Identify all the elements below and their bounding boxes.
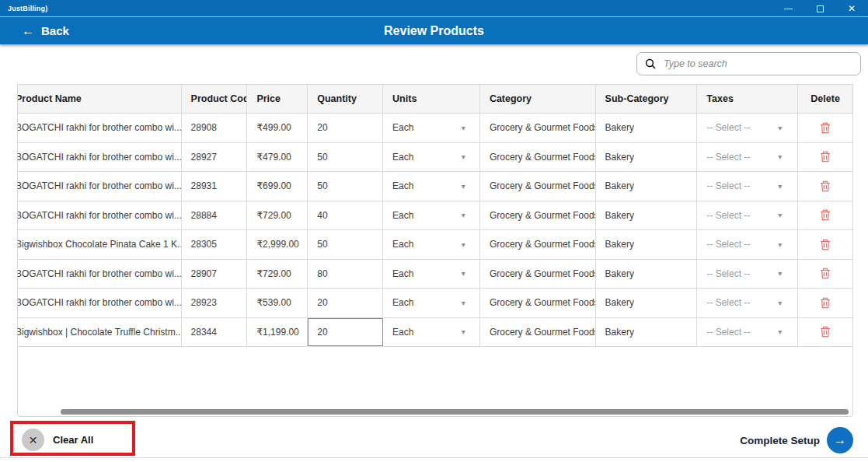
table-row: BOGATCHI rakhi for brother combo wi... 2… — [18, 289, 852, 318]
complete-setup-button[interactable]: Complete Setup → — [740, 427, 853, 453]
table-header-row: Product Name Product Code Price Quantity… — [18, 85, 852, 114]
subcategory-cell: Bakery — [596, 260, 698, 289]
price-cell: ₹539.00 — [247, 289, 308, 317]
units-select[interactable]: Each▾ — [383, 230, 480, 259]
clear-all-label: Clear All — [53, 434, 93, 446]
trash-icon — [820, 297, 831, 309]
taxes-select[interactable]: -- Select --▾ — [697, 230, 798, 259]
subcategory-cell: Bakery — [596, 114, 698, 142]
category-cell: Grocery & Gourmet Foods — [480, 201, 596, 230]
units-select[interactable]: Each▾ — [383, 318, 480, 347]
horizontal-scrollbar-thumb[interactable] — [61, 409, 849, 415]
delete-button[interactable] — [798, 289, 852, 317]
chevron-down-icon: ▾ — [462, 327, 465, 336]
trash-icon — [820, 326, 831, 338]
subcategory-cell: Bakery — [596, 201, 698, 230]
search-input[interactable] — [664, 58, 852, 69]
quantity-input[interactable]: 50 — [308, 143, 383, 172]
maximize-button[interactable] — [814, 3, 825, 14]
subcategory-cell: Bakery — [596, 143, 698, 172]
category-cell: Grocery & Gourmet Foods — [480, 143, 596, 172]
chevron-down-icon: ▾ — [462, 211, 465, 219]
taxes-select[interactable]: -- Select --▾ — [697, 143, 798, 172]
quantity-input[interactable]: 80 — [308, 260, 383, 289]
taxes-select[interactable]: -- Select --▾ — [697, 318, 798, 347]
trash-icon — [820, 122, 831, 134]
window-controls: ✕ — [783, 0, 857, 17]
delete-button[interactable] — [798, 230, 852, 259]
footer-divider — [0, 457, 868, 458]
quantity-input[interactable]: 20 — [308, 289, 383, 317]
product-name-cell: BOGATCHI rakhi for brother combo wi... — [18, 201, 182, 230]
titlebar: JustBilling) ✕ — [0, 0, 868, 17]
taxes-select[interactable]: -- Select --▾ — [697, 201, 798, 230]
trash-icon — [820, 180, 831, 192]
delete-button[interactable] — [798, 143, 852, 172]
product-name-cell: BOGATCHI rakhi for brother combo wi... — [18, 289, 182, 317]
price-cell: ₹699.00 — [247, 172, 308, 201]
table-row: BOGATCHI rakhi for brother combo wi... 2… — [18, 201, 852, 231]
column-header-units: Units — [383, 85, 480, 113]
close-button[interactable]: ✕ — [846, 3, 857, 14]
product-code-cell: 28923 — [182, 289, 248, 317]
price-cell: ₹1,199.00 — [247, 318, 308, 347]
quantity-input[interactable]: 50 — [308, 172, 383, 201]
column-header-product-name: Product Name — [18, 85, 182, 113]
table-row: Bigwishbox | Chocolate Truffle Christm..… — [18, 318, 852, 348]
chevron-down-icon: ▾ — [462, 124, 465, 132]
product-name-cell: Bigwishbox | Chocolate Truffle Christm..… — [18, 318, 182, 347]
taxes-select[interactable]: -- Select --▾ — [697, 289, 798, 317]
arrow-circle: → — [827, 427, 853, 453]
category-cell: Grocery & Gourmet Foods — [480, 230, 596, 259]
taxes-select[interactable]: -- Select --▾ — [697, 114, 798, 142]
quantity-input[interactable]: 20 — [308, 114, 383, 142]
column-header-delete: Delete — [798, 85, 852, 113]
product-code-cell: 28931 — [182, 172, 248, 201]
minimize-button[interactable] — [783, 3, 793, 14]
taxes-select[interactable]: -- Select --▾ — [697, 172, 798, 201]
chevron-down-icon: ▾ — [778, 240, 782, 249]
units-select[interactable]: Each▾ — [383, 201, 480, 230]
chevron-down-icon: ▾ — [778, 211, 782, 219]
units-select[interactable]: Each▾ — [383, 143, 480, 172]
page-header: ← Back Review Products — [0, 17, 868, 44]
units-select[interactable]: Each▾ — [383, 114, 480, 142]
search-icon — [645, 58, 656, 69]
trash-icon — [820, 268, 831, 279]
product-code-cell: 28927 — [182, 143, 248, 172]
table-row: BOGATCHI rakhi for brother combo wi... 2… — [18, 260, 852, 289]
units-select[interactable]: Each▾ — [383, 260, 480, 289]
delete-button[interactable] — [798, 318, 852, 347]
arrow-right-icon: → — [834, 433, 846, 447]
category-cell: Grocery & Gourmet Foods — [480, 114, 596, 142]
category-cell: Grocery & Gourmet Foods — [480, 289, 596, 317]
product-code-cell: 28344 — [182, 318, 248, 347]
subcategory-cell: Bakery — [596, 318, 698, 347]
table-row: BOGATCHI rakhi for brother combo wi... 2… — [18, 143, 852, 173]
taxes-select[interactable]: -- Select --▾ — [697, 260, 798, 289]
maximize-icon — [817, 5, 824, 12]
search-box[interactable] — [636, 52, 861, 75]
trash-icon — [820, 239, 831, 250]
subcategory-cell: Bakery — [596, 289, 698, 317]
delete-button[interactable] — [798, 201, 852, 230]
chevron-down-icon: ▾ — [462, 240, 465, 249]
complete-setup-label: Complete Setup — [740, 435, 820, 446]
category-cell: Grocery & Gourmet Foods — [480, 260, 596, 289]
delete-button[interactable] — [798, 260, 852, 289]
table-row: BOGATCHI rakhi for brother combo wi... 2… — [18, 172, 852, 201]
clear-all-button[interactable]: ✕ Clear All — [22, 429, 93, 451]
subcategory-cell: Bakery — [596, 172, 698, 201]
delete-button[interactable] — [798, 172, 852, 201]
product-name-cell: BOGATCHI rakhi for brother combo wi... — [18, 172, 182, 201]
products-table: Product Name Product Code Price Quantity… — [17, 84, 853, 417]
units-select[interactable]: Each▾ — [383, 172, 480, 201]
product-name-cell: Bigwishbox Chocolate Pinata Cake 1 K... — [18, 230, 182, 259]
delete-button[interactable] — [798, 114, 852, 142]
quantity-input[interactable]: 50 — [308, 230, 383, 259]
quantity-input-focused[interactable]: 20 — [308, 318, 383, 347]
column-header-product-code: Product Code — [182, 85, 248, 113]
units-select[interactable]: Each▾ — [383, 289, 480, 317]
quantity-input[interactable]: 40 — [308, 201, 383, 230]
product-code-cell: 28305 — [182, 230, 248, 259]
